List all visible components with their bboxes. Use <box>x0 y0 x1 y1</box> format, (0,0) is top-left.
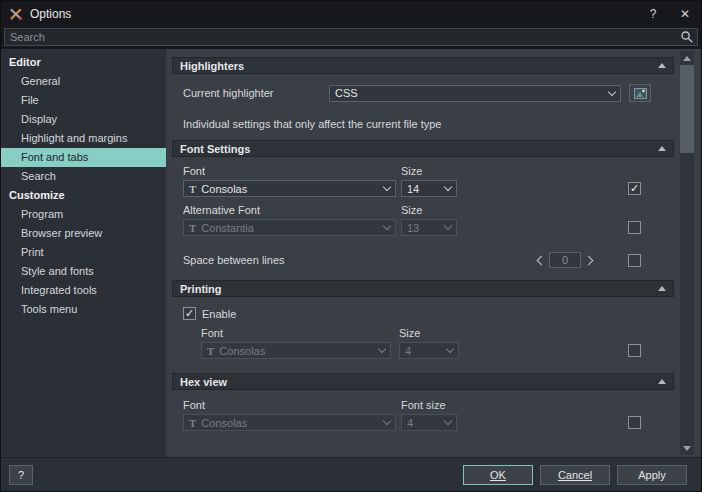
size-label: Size <box>401 165 422 177</box>
alternative-font-label: Alternative Font <box>183 204 401 216</box>
printing-override-checkbox[interactable] <box>628 344 641 357</box>
sidebar-item-tools-menu[interactable]: Tools menu <box>1 300 166 319</box>
chevron-down-icon <box>608 87 616 95</box>
alternative-font-size-select[interactable]: 13 <box>401 219 457 236</box>
search-icon[interactable] <box>680 30 694 44</box>
font-size-select[interactable]: 14 <box>401 180 457 197</box>
sidebar-item-browser-preview[interactable]: Browser preview <box>1 224 166 243</box>
collapse-icon[interactable] <box>658 63 666 68</box>
scroll-up-button[interactable] <box>680 51 694 65</box>
chevron-left-icon <box>537 255 547 265</box>
hex-override-checkbox[interactable] <box>628 416 641 429</box>
section-header-font-settings[interactable]: Font Settings <box>172 140 674 157</box>
sidebar-item-font-and-tabs[interactable]: Font and tabs <box>1 148 166 167</box>
sidebar-item-program[interactable]: Program <box>1 205 166 224</box>
printing-font-value: Consolas <box>219 345 265 357</box>
sidebar-item-general[interactable]: General <box>1 72 166 91</box>
sidebar-item-file[interactable]: File <box>1 91 166 110</box>
font-select[interactable]: T Consolas <box>183 180 396 197</box>
chevron-down-icon <box>446 345 454 353</box>
alternative-font-select[interactable]: T Constantia <box>183 219 396 236</box>
hex-font-size-label: Font size <box>401 399 446 411</box>
truetype-font-icon: T <box>189 417 196 429</box>
highlighter-image-icon <box>634 88 647 99</box>
chevron-down-icon <box>378 345 386 353</box>
arrow-up-icon <box>683 56 691 61</box>
collapse-icon[interactable] <box>658 146 666 151</box>
current-highlighter-select[interactable]: CSS <box>329 85 621 102</box>
tools-icon <box>9 7 23 21</box>
titlebar-help-button[interactable]: ? <box>637 1 669 27</box>
section-title: Hex view <box>180 376 227 388</box>
sidebar-item-highlight-and-margins[interactable]: Highlight and margins <box>1 129 166 148</box>
search-input[interactable] <box>4 28 698 46</box>
printing-enable-checkbox[interactable] <box>183 307 196 320</box>
settings-panel: Highlighters Current highlighter CSS <box>166 49 680 457</box>
hex-font-select[interactable]: T Consolas <box>183 414 396 431</box>
current-highlighter-value: CSS <box>335 87 358 99</box>
titlebar: Options ? ✕ <box>1 1 701 27</box>
space-override-checkbox[interactable] <box>628 254 641 267</box>
collapse-icon[interactable] <box>658 379 666 384</box>
sidebar-item-style-and-fonts[interactable]: Style and fonts <box>1 262 166 281</box>
close-button[interactable]: ✕ <box>669 1 701 27</box>
alternative-font-size-value: 13 <box>407 222 419 234</box>
hex-font-value: Consolas <box>201 417 247 429</box>
highlighter-settings-button[interactable] <box>629 84 651 102</box>
font-value: Consolas <box>201 183 247 195</box>
apply-button[interactable]: Apply <box>617 465 687 485</box>
chevron-down-icon <box>444 183 452 191</box>
truetype-font-icon: T <box>207 345 214 357</box>
printing-enable-label: Enable <box>202 308 236 320</box>
cancel-button[interactable]: Cancel <box>540 465 610 485</box>
alternative-font-value: Constantia <box>201 222 254 234</box>
printing-font-size-select[interactable]: 4 <box>399 342 459 359</box>
footer-help-button[interactable]: ? <box>9 465 33 485</box>
font-override-checkbox[interactable] <box>628 182 641 195</box>
scrollbar-thumb[interactable] <box>680 65 694 153</box>
truetype-font-icon: T <box>189 183 196 195</box>
window-title: Options <box>30 7 71 21</box>
chevron-right-icon <box>584 255 594 265</box>
space-between-lines-value: 0 <box>549 252 581 268</box>
sidebar-item-search[interactable]: Search <box>1 167 166 186</box>
alternative-font-override-checkbox[interactable] <box>628 221 641 234</box>
chevron-down-icon <box>383 183 391 191</box>
stepper-increase-button[interactable] <box>581 252 599 268</box>
search-bar <box>1 27 701 49</box>
printing-font-select[interactable]: T Consolas <box>201 342 391 359</box>
hex-font-size-value: 4 <box>407 417 413 429</box>
sidebar: Editor General File Display Highlight an… <box>1 49 166 457</box>
sidebar-item-display[interactable]: Display <box>1 110 166 129</box>
scroll-down-button[interactable] <box>680 441 694 455</box>
chevron-down-icon <box>383 222 391 230</box>
current-highlighter-label: Current highlighter <box>183 87 329 99</box>
chevron-down-icon <box>383 417 391 425</box>
printing-font-size-value: 4 <box>405 345 411 357</box>
collapse-icon[interactable] <box>658 286 666 291</box>
space-between-lines-label: Space between lines <box>183 254 285 266</box>
hex-font-label: Font <box>183 399 401 411</box>
printing-size-label: Size <box>399 327 420 339</box>
section-title: Printing <box>180 283 222 295</box>
hex-font-size-select[interactable]: 4 <box>401 414 457 431</box>
stepper-decrease-button[interactable] <box>531 252 549 268</box>
font-size-value: 14 <box>407 183 419 195</box>
ok-button[interactable]: OK <box>463 465 533 485</box>
font-label: Font <box>183 165 401 177</box>
space-between-lines-stepper: 0 <box>531 252 599 268</box>
section-title: Font Settings <box>180 143 250 155</box>
arrow-down-icon <box>683 446 691 451</box>
sidebar-item-print[interactable]: Print <box>1 243 166 262</box>
section-header-highlighters[interactable]: Highlighters <box>172 57 674 74</box>
section-header-printing[interactable]: Printing <box>172 280 674 297</box>
section-header-hex-view[interactable]: Hex view <box>172 373 674 390</box>
dialog-footer: ? OK Cancel Apply <box>1 457 701 491</box>
sidebar-group-editor: Editor <box>1 53 166 72</box>
vertical-scrollbar[interactable] <box>680 51 694 455</box>
truetype-font-icon: T <box>189 222 196 234</box>
printing-font-label: Font <box>201 327 399 339</box>
chevron-down-icon <box>444 417 452 425</box>
sidebar-group-customize: Customize <box>1 186 166 205</box>
sidebar-item-integrated-tools[interactable]: Integrated tools <box>1 281 166 300</box>
